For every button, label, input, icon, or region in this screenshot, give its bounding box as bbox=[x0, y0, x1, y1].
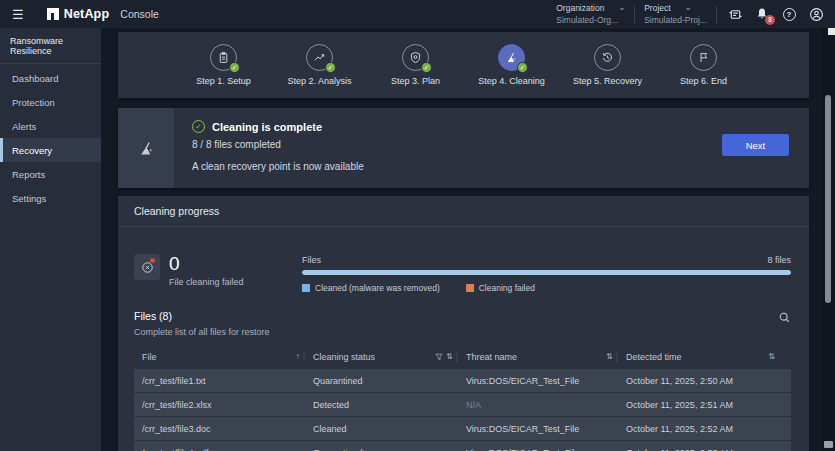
files-section-title: Files (8) bbox=[134, 310, 791, 322]
failed-label: File cleaning failed bbox=[169, 277, 244, 287]
sidebar-item-alerts[interactable]: Alerts bbox=[0, 114, 101, 138]
files-section-header: Files (8) Complete list of all files for… bbox=[118, 310, 809, 337]
files-table: File ↑ | Cleaning status ⇅ | Threat name bbox=[118, 348, 809, 451]
resize-grip[interactable] bbox=[824, 441, 833, 448]
sidebar-item-reports[interactable]: Reports bbox=[0, 162, 101, 186]
trend-chart-icon bbox=[313, 51, 326, 64]
legend-failed-label: Cleaning failed bbox=[479, 283, 535, 293]
organization-label: Organization bbox=[556, 3, 604, 13]
sidebar-item-settings[interactable]: Settings bbox=[0, 186, 101, 210]
legend-failed-swatch bbox=[466, 284, 474, 292]
sort-icon[interactable]: ⇅ bbox=[606, 352, 613, 361]
files-section-subtitle: Complete list of all files for restore bbox=[134, 327, 791, 337]
shield-gear-icon bbox=[409, 51, 422, 64]
progress-stats: 0 File cleaning failed Files 8 files Cle… bbox=[118, 254, 809, 293]
legend-cleaned-swatch bbox=[302, 284, 310, 292]
broom-icon bbox=[505, 51, 518, 64]
clipboard-icon bbox=[217, 51, 230, 64]
step-complete-check-icon: ✓ bbox=[325, 62, 336, 73]
step-complete-check-icon: ✓ bbox=[421, 62, 432, 73]
step-1-setup[interactable]: ✓ Step 1. Setup bbox=[181, 44, 267, 86]
files-label: Files bbox=[302, 255, 321, 265]
app-name: Console bbox=[120, 8, 159, 20]
table-body: /crr_test/file1.txt Quarantined Virus:DO… bbox=[134, 369, 791, 451]
vertical-scrollbar-track[interactable] bbox=[821, 28, 835, 451]
recovery-point-message: A clean recovery point is now available bbox=[192, 161, 809, 172]
restore-clock-icon bbox=[601, 51, 614, 64]
account-avatar-icon[interactable] bbox=[807, 5, 825, 23]
step-6-end[interactable]: Step 6. End bbox=[661, 44, 747, 86]
step-5-recovery[interactable]: Step 5. Recovery bbox=[565, 44, 651, 86]
chevron-down-icon: ⌄ bbox=[618, 6, 625, 10]
scrollbar-top-marker bbox=[828, 28, 835, 35]
help-icon[interactable]: ? bbox=[780, 5, 798, 23]
files-completed-text: 8 / 8 files completed bbox=[192, 139, 809, 150]
sidebar-item-recovery[interactable]: Recovery bbox=[0, 138, 101, 162]
filter-funnel-icon[interactable] bbox=[435, 353, 443, 361]
banner-icon-box bbox=[118, 108, 174, 188]
table-row[interactable]: /crr_test/file1.txt Quarantined Virus:DO… bbox=[134, 369, 791, 392]
column-header-file[interactable]: File ↑ | bbox=[142, 352, 313, 362]
notifications-bell-icon[interactable]: 8 bbox=[753, 5, 771, 23]
cleaning-progress-bar bbox=[302, 270, 791, 275]
divider bbox=[716, 6, 717, 23]
column-header-detected-time[interactable]: Detected time ⇅ bbox=[626, 352, 783, 362]
workflow-steps-panel: ✓ Step 1. Setup ✓ Step 2. Analysis ✓ Ste… bbox=[118, 32, 809, 98]
file-failed-icon bbox=[134, 254, 160, 280]
step-complete-check-icon: ✓ bbox=[229, 62, 240, 73]
column-header-threat-name[interactable]: Threat name ⇅ | bbox=[466, 352, 626, 362]
chevron-down-icon: ⌄ bbox=[685, 6, 692, 10]
step-2-analysis[interactable]: ✓ Step 2. Analysis bbox=[277, 44, 363, 86]
column-header-cleaning-status[interactable]: Cleaning status ⇅ | bbox=[313, 352, 466, 362]
failed-count: 0 bbox=[169, 254, 244, 273]
topbar-right: Organization ⌄ Simulated-Org... Project … bbox=[556, 0, 835, 28]
workloads-switcher-icon[interactable] bbox=[726, 5, 744, 23]
hamburger-menu-icon[interactable]: ☰ bbox=[12, 8, 24, 21]
broom-icon bbox=[138, 140, 155, 157]
success-check-icon: ✓ bbox=[192, 120, 205, 133]
finish-flag-icon bbox=[697, 51, 710, 64]
vertical-scrollbar-thumb[interactable] bbox=[825, 95, 831, 303]
sort-asc-icon[interactable]: ↑ bbox=[296, 352, 300, 361]
divider bbox=[634, 6, 635, 23]
legend-cleaned-label: Cleaned (malware was removed) bbox=[315, 283, 440, 293]
sort-icon[interactable]: ⇅ bbox=[446, 352, 453, 361]
banner-body: ✓ Cleaning is complete 8 / 8 files compl… bbox=[174, 108, 809, 188]
progress-bar-fill bbox=[302, 270, 791, 275]
banner-title: Cleaning is complete bbox=[212, 121, 322, 133]
table-row[interactable]: /crr_test/file2.xlsx Detected N/A Octobe… bbox=[134, 393, 791, 416]
cleaning-progress-panel: Cleaning progress 0 File cleaning failed… bbox=[118, 196, 809, 451]
table-row[interactable]: /crr_test/file3.doc Cleaned Virus:DOS/EI… bbox=[134, 417, 791, 440]
project-value: Simulated-Proj... bbox=[644, 15, 707, 25]
progress-panel-title: Cleaning progress bbox=[118, 196, 809, 227]
brand-name: NetApp bbox=[64, 7, 110, 21]
project-label: Project bbox=[644, 3, 670, 13]
step-complete-check-icon: ✓ bbox=[517, 62, 528, 73]
search-icon[interactable] bbox=[778, 310, 791, 328]
cleaning-complete-banner: ✓ Cleaning is complete 8 / 8 files compl… bbox=[118, 108, 809, 188]
sidebar-item-protection[interactable]: Protection bbox=[0, 90, 101, 114]
selected-indicator bbox=[0, 138, 3, 162]
netapp-logo-mark-icon bbox=[47, 8, 59, 20]
files-total: 8 files bbox=[767, 255, 791, 265]
notification-count-badge: 8 bbox=[765, 15, 775, 25]
sort-icon[interactable]: ⇅ bbox=[768, 352, 775, 361]
table-header-row: File ↑ | Cleaning status ⇅ | Threat name bbox=[134, 348, 791, 365]
organization-selector[interactable]: Organization ⌄ Simulated-Org... bbox=[556, 3, 625, 25]
table-row[interactable]: /crr_test/file4.pdf Quarantined Virus:DO… bbox=[134, 441, 791, 451]
sidebar-item-dashboard[interactable]: Dashboard bbox=[0, 66, 101, 90]
step-3-plan[interactable]: ✓ Step 3. Plan bbox=[373, 44, 459, 86]
project-selector[interactable]: Project ⌄ Simulated-Proj... bbox=[644, 3, 707, 25]
organization-value: Simulated-Org... bbox=[556, 15, 625, 25]
alert-dot bbox=[150, 258, 155, 263]
sidebar: Ransomware Resilience Dashboard Protecti… bbox=[0, 28, 101, 451]
next-button[interactable]: Next bbox=[722, 134, 789, 156]
failed-files-stat: 0 File cleaning failed bbox=[134, 254, 302, 293]
sidebar-nav: Dashboard Protection Alerts Recovery Rep… bbox=[0, 66, 101, 210]
progress-legend: Cleaned (malware was removed) Cleaning f… bbox=[302, 283, 791, 293]
netapp-logo: NetApp bbox=[47, 7, 110, 21]
files-progress: Files 8 files Cleaned (malware was remov… bbox=[302, 254, 791, 293]
step-4-cleaning[interactable]: ✓ Step 4. Cleaning bbox=[469, 44, 555, 86]
sidebar-title: Ransomware Resilience bbox=[0, 28, 101, 64]
top-bar: ☰ NetApp Console Organization ⌄ Simulate… bbox=[0, 0, 835, 28]
